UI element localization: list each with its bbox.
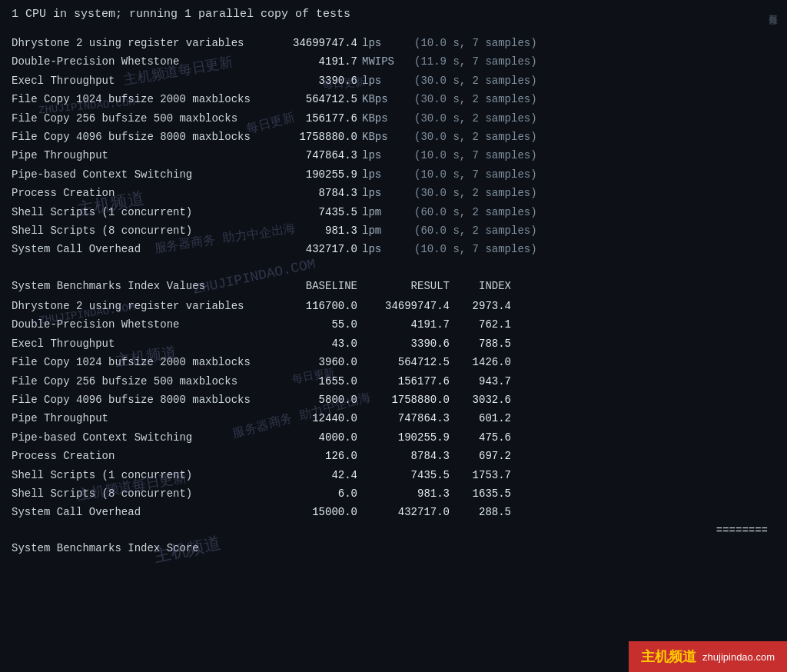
irow-baseline-6: 12440.0 [273, 410, 357, 427]
bench-name-2: Execl Throughput [12, 72, 273, 89]
irow-baseline-0: 116700.0 [273, 298, 357, 314]
bench-name-6: Pipe Throughput [12, 147, 273, 164]
irow-name-5: File Copy 4096 bufsize 8000 maxblocks [12, 391, 273, 408]
irow-index-0: 2973.4 [450, 298, 511, 314]
irow-index-8: 697.2 [450, 447, 511, 464]
irow-index-3: 1426.0 [450, 354, 511, 371]
bench-row-5: File Copy 4096 bufsize 8000 maxblocks 17… [12, 128, 775, 145]
index-row-1: Double-Precision Whetstone 55.0 4191.7 7… [12, 316, 775, 333]
bench-timing-5: (30.0 s, 2 samples) [411, 128, 537, 145]
bench-unit-2: lps [357, 72, 411, 89]
bottom-bar-url: zhujipindao.com [702, 651, 775, 663]
irow-result-8: 8784.3 [357, 447, 450, 464]
bench-unit-8: lps [357, 185, 411, 201]
irow-baseline-5: 5800.0 [273, 391, 357, 408]
bench-name-3: File Copy 1024 bufsize 2000 maxblocks [12, 91, 273, 108]
irow-index-1: 762.1 [450, 316, 511, 333]
bench-unit-11: lps [357, 241, 411, 258]
bench-name-8: Process Creation [12, 185, 273, 201]
irow-result-3: 564712.5 [357, 354, 450, 371]
irow-index-11: 288.5 [450, 504, 511, 521]
bench-timing-7: (10.0 s, 7 samples) [411, 166, 537, 183]
bench-row-6: Pipe Throughput 747864.3 lps (10.0 s, 7 … [12, 147, 775, 164]
irow-result-6: 747864.3 [357, 410, 450, 427]
bench-row-3: File Copy 1024 bufsize 2000 maxblocks 56… [12, 91, 775, 108]
bench-timing-9: (60.0 s, 2 samples) [411, 204, 537, 221]
irow-index-9: 1753.7 [450, 467, 511, 484]
bench-unit-4: KBps [357, 110, 411, 127]
irow-name-11: System Call Overhead [12, 504, 273, 521]
score-label: System Benchmarks Index Score [12, 540, 273, 557]
bench-value-3: 564712.5 [273, 91, 357, 108]
bench-value-6: 747864.3 [273, 147, 357, 164]
bench-row-9: Shell Scripts (1 concurrent) 7435.5 lpm … [12, 204, 775, 221]
bottom-bar-logo: 主机频道 [641, 647, 696, 666]
bench-unit-6: lps [357, 147, 411, 164]
index-row-8: Process Creation 126.0 8784.3 697.2 [12, 447, 775, 464]
bench-row-11: System Call Overhead 432717.0 lps (10.0 … [12, 241, 775, 258]
bench-row-8: Process Creation 8784.3 lps (30.0 s, 2 s… [12, 185, 775, 201]
header-line: 1 CPU in system; running 1 parallel copy… [12, 8, 775, 21]
bench-name-7: Pipe-based Context Switching [12, 166, 273, 183]
bench-unit-3: KBps [357, 91, 411, 108]
index-header-baseline: BASELINE [273, 278, 357, 294]
bench-value-9: 7435.5 [273, 204, 357, 221]
irow-baseline-9: 42.4 [273, 467, 357, 484]
index-row-11: System Call Overhead 15000.0 432717.0 28… [12, 504, 775, 521]
irow-name-4: File Copy 256 bufsize 500 maxblocks [12, 373, 273, 390]
bench-name-5: File Copy 4096 bufsize 8000 maxblocks [12, 128, 273, 145]
bench-row-0: Dhrystone 2 using register variables 346… [12, 35, 775, 52]
irow-baseline-8: 126.0 [273, 447, 357, 464]
irow-name-8: Process Creation [12, 447, 273, 464]
divider [12, 268, 775, 268]
bench-unit-1: MWIPS [357, 53, 411, 70]
index-header-result: RESULT [357, 278, 450, 294]
irow-baseline-2: 43.0 [273, 335, 357, 352]
index-table-header: System Benchmarks Index Values BASELINE … [12, 278, 775, 294]
bench-timing-4: (30.0 s, 2 samples) [411, 110, 537, 127]
irow-name-2: Execl Throughput [12, 335, 273, 352]
irow-baseline-11: 15000.0 [273, 504, 357, 521]
irow-result-0: 34699747.4 [357, 298, 450, 314]
bench-timing-10: (60.0 s, 2 samples) [411, 222, 537, 239]
bench-timing-1: (11.9 s, 7 samples) [411, 53, 537, 70]
irow-index-4: 943.7 [450, 373, 511, 390]
irow-name-1: Double-Precision Whetstone [12, 316, 273, 333]
bench-value-8: 8784.3 [273, 185, 357, 201]
bench-timing-8: (30.0 s, 2 samples) [411, 185, 537, 201]
irow-baseline-3: 3960.0 [273, 354, 357, 371]
bench-unit-9: lpm [357, 204, 411, 221]
index-header-index: INDEX [450, 278, 511, 294]
index-row-7: Pipe-based Context Switching 4000.0 1902… [12, 429, 775, 446]
irow-result-7: 190255.9 [357, 429, 450, 446]
bench-value-4: 156177.6 [273, 110, 357, 127]
bench-name-4: File Copy 256 bufsize 500 maxblocks [12, 110, 273, 127]
index-row-6: Pipe Throughput 12440.0 747864.3 601.2 [12, 410, 775, 427]
irow-index-7: 475.6 [450, 429, 511, 446]
irow-baseline-1: 55.0 [273, 316, 357, 333]
bottom-bar: 主机频道 zhujipindao.com [629, 641, 787, 672]
bench-unit-5: KBps [357, 128, 411, 145]
bench-row-10: Shell Scripts (8 concurrent) 981.3 lpm (… [12, 222, 775, 239]
score-row: System Benchmarks Index Score [12, 540, 775, 557]
index-row-3: File Copy 1024 bufsize 2000 maxblocks 39… [12, 354, 775, 371]
bench-row-4: File Copy 256 bufsize 500 maxblocks 1561… [12, 110, 775, 127]
index-header-label: System Benchmarks Index Values [12, 278, 273, 294]
irow-index-2: 788.5 [450, 335, 511, 352]
irow-result-1: 4191.7 [357, 316, 450, 333]
bench-row-1: Double-Precision Whetstone 4191.7 MWIPS … [12, 53, 775, 70]
irow-index-10: 1635.5 [450, 485, 511, 502]
index-section: Dhrystone 2 using register variables 116… [12, 298, 775, 521]
bench-unit-0: lps [357, 35, 411, 52]
index-row-5: File Copy 4096 bufsize 8000 maxblocks 58… [12, 391, 775, 408]
bench-value-5: 1758880.0 [273, 128, 357, 145]
benchmark-section: Dhrystone 2 using register variables 346… [12, 35, 775, 258]
equals-separator: ======== [12, 524, 775, 537]
irow-name-7: Pipe-based Context Switching [12, 429, 273, 446]
bench-timing-0: (10.0 s, 7 samples) [411, 35, 537, 52]
bench-name-11: System Call Overhead [12, 241, 273, 258]
irow-baseline-10: 6.0 [273, 485, 357, 502]
index-row-2: Execl Throughput 43.0 3390.6 788.5 [12, 335, 775, 352]
bench-timing-3: (30.0 s, 2 samples) [411, 91, 537, 108]
irow-name-6: Pipe Throughput [12, 410, 273, 427]
